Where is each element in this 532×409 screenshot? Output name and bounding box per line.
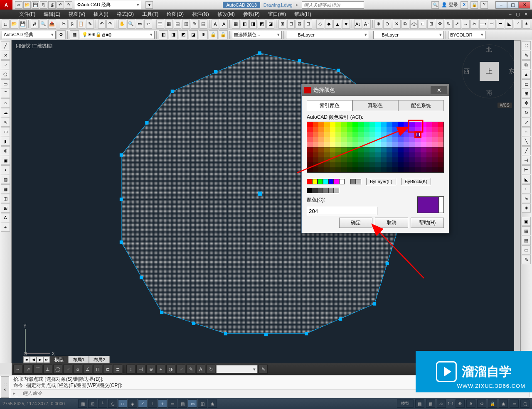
- qp-button[interactable]: ▭: [188, 399, 197, 408]
- modify-copy[interactable]: ⧉: [401, 20, 409, 29]
- redo-icon[interactable]: ↷: [65, 1, 72, 9]
- coords-readout[interactable]: 2755.8425, 1174.3077, 0.0000: [2, 401, 77, 406]
- r-trim[interactable]: ╲: [522, 137, 531, 146]
- layer-b[interactable]: ◨: [249, 20, 257, 29]
- tab-layout2[interactable]: 布局2: [89, 356, 110, 364]
- dim-tol[interactable]: ⊕: [146, 365, 155, 374]
- qat-more-icon[interactable]: ▾: [145, 1, 153, 9]
- modify-chamfer[interactable]: ◣: [505, 20, 513, 29]
- r-explode[interactable]: ✶: [522, 203, 531, 213]
- 3dosnap-button[interactable]: ◈: [128, 399, 137, 408]
- help-icon[interactable]: ?: [480, 1, 488, 9]
- save-button[interactable]: 💾: [19, 20, 27, 29]
- viewcube-west[interactable]: 西: [464, 68, 470, 75]
- ortho-button[interactable]: └: [98, 399, 107, 408]
- table-button[interactable]: ⊞: [1, 203, 10, 213]
- dimstyle-combo[interactable]: [216, 365, 258, 373]
- redo-button[interactable]: ↷: [106, 20, 114, 29]
- tb-m2[interactable]: ⊖: [383, 20, 391, 29]
- color-grid-bottom[interactable]: [307, 147, 444, 173]
- menu-param[interactable]: 参数(P): [239, 10, 264, 19]
- tab-prev-icon[interactable]: ◀: [30, 356, 37, 363]
- modify-rotate[interactable]: ↻: [445, 20, 453, 29]
- r-draw[interactable]: ▭: [522, 245, 531, 255]
- vertical-scrollbar[interactable]: [514, 40, 520, 357]
- doc-close-button[interactable]: ✕: [522, 12, 530, 17]
- standard-colors[interactable]: [307, 179, 345, 184]
- match-button[interactable]: ✎: [86, 20, 94, 29]
- doc-restore-button[interactable]: ▢: [514, 12, 522, 17]
- model-button[interactable]: 模型: [397, 399, 414, 408]
- r-edit[interactable]: ✎: [522, 255, 531, 264]
- close-button[interactable]: ✕: [519, 1, 530, 9]
- tab-truecolor[interactable]: 真彩色: [352, 100, 398, 111]
- properties-button[interactable]: ☰: [156, 20, 164, 29]
- arc-button[interactable]: ⌒: [1, 89, 10, 98]
- polar-button[interactable]: ◷: [108, 399, 117, 408]
- otrack-button[interactable]: ∠: [138, 399, 147, 408]
- tb-y1[interactable]: ◇: [316, 20, 324, 29]
- add-button[interactable]: +: [1, 223, 10, 232]
- dim-update[interactable]: ↻: [206, 365, 215, 374]
- undo-button[interactable]: ↶: [98, 20, 106, 29]
- layer-off-button[interactable]: ◩: [179, 30, 188, 39]
- workspace-combo[interactable]: ⚙ AutoCAD 经典: [75, 1, 141, 9]
- dim-dia[interactable]: ⌀: [73, 365, 82, 374]
- modify-trim[interactable]: ✂: [470, 20, 478, 29]
- pan-button[interactable]: ✋: [118, 20, 126, 29]
- r-box[interactable]: ▣: [522, 217, 531, 226]
- layer-a[interactable]: ◧: [241, 20, 249, 29]
- modify-explode[interactable]: ✶: [522, 20, 530, 29]
- dim-jog[interactable]: ⟋: [63, 365, 72, 374]
- modify-fillet[interactable]: ◜: [514, 20, 522, 29]
- point-button[interactable]: •: [1, 165, 10, 174]
- exchange-icon[interactable]: X: [461, 1, 468, 9]
- ok-button[interactable]: 确定: [339, 218, 372, 228]
- dim-aligned[interactable]: ↗: [23, 365, 32, 374]
- tool-palette-button[interactable]: ▤: [174, 20, 182, 29]
- r-drag[interactable]: ⸬: [522, 41, 531, 50]
- dim-center[interactable]: +: [156, 365, 165, 374]
- markup-button[interactable]: ✎: [191, 20, 199, 29]
- zoom-button[interactable]: 🔍: [127, 20, 135, 29]
- annoscale-label[interactable]: 1:1: [448, 401, 454, 406]
- doc-minimize-button[interactable]: −: [507, 12, 513, 17]
- block-button[interactable]: ▣: [1, 156, 10, 165]
- publish-button[interactable]: 📤: [48, 20, 56, 29]
- tb-a1[interactable]: A: [212, 20, 219, 29]
- dim-space[interactable]: ↕: [126, 365, 135, 374]
- ellipse-button[interactable]: ⬭: [1, 127, 10, 136]
- wcs-badge[interactable]: WCS: [498, 103, 512, 108]
- pline-button[interactable]: ⟋: [1, 60, 10, 69]
- earc-button[interactable]: ◗: [1, 137, 10, 146]
- print-button[interactable]: 🖨: [31, 20, 39, 29]
- r-rotate[interactable]: ↻: [522, 108, 531, 117]
- circle-button[interactable]: ○: [1, 98, 10, 108]
- tb-a2[interactable]: A: [220, 20, 228, 29]
- undo-icon[interactable]: ↶: [57, 1, 64, 9]
- layer-freeze-button[interactable]: ❄: [199, 30, 208, 39]
- modify-mirror[interactable]: ◁▷: [410, 20, 418, 29]
- modify-stretch[interactable]: ↔: [462, 20, 470, 29]
- layer-state-combo[interactable]: 💡☀❄🔓🖨■ 0: [80, 31, 155, 39]
- linetype-combo[interactable]: ─── ByLayer ───: [286, 31, 369, 39]
- hardware-button[interactable]: ◉: [499, 399, 508, 408]
- zoomwin-button[interactable]: ▭: [136, 20, 144, 29]
- r-mirror[interactable]: ▲: [522, 70, 531, 79]
- viewcube[interactable]: 北 南 东 西 上: [462, 44, 516, 98]
- dim-break[interactable]: ⊣: [136, 365, 145, 374]
- tab-colorbook[interactable]: 配色系统: [398, 100, 444, 111]
- tb-x2[interactable]: ⊟: [287, 20, 295, 29]
- quickview-button[interactable]: ▦: [415, 399, 424, 408]
- cut-button[interactable]: ✂: [60, 20, 68, 29]
- mtext-button[interactable]: A: [1, 213, 10, 222]
- r-copy[interactable]: ⧉: [522, 60, 531, 69]
- dialog-titlebar[interactable]: 选择颜色 ✕: [302, 84, 449, 96]
- gray-colors[interactable]: [350, 179, 361, 184]
- menu-view[interactable]: 视图(V): [64, 10, 89, 19]
- gradient-button[interactable]: ▦: [1, 184, 10, 193]
- help-button[interactable]: 帮助(H): [411, 218, 444, 228]
- app-menu-button[interactable]: A: [0, 0, 12, 10]
- viewcube-south[interactable]: 南: [486, 89, 492, 97]
- r-join[interactable]: ⊢: [522, 165, 531, 174]
